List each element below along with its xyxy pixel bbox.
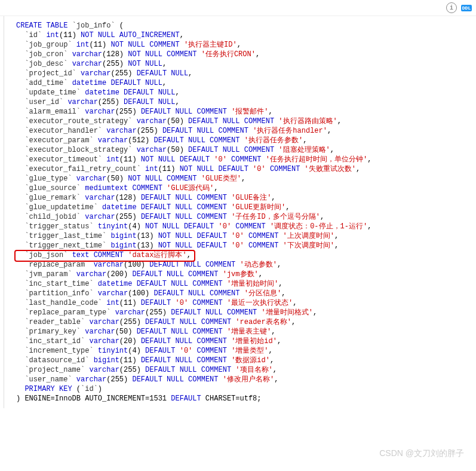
watermark: CSDN @文刀刘的胖子 — [379, 448, 464, 459]
toolbar: i DDL — [0, 0, 476, 16]
info-icon[interactable]: i — [446, 2, 457, 13]
ddl-icon[interactable]: DDL — [462, 3, 471, 13]
sql-code[interactable]: CREATE TABLE `job_info` ( `id` int(11) N… — [4, 16, 476, 408]
